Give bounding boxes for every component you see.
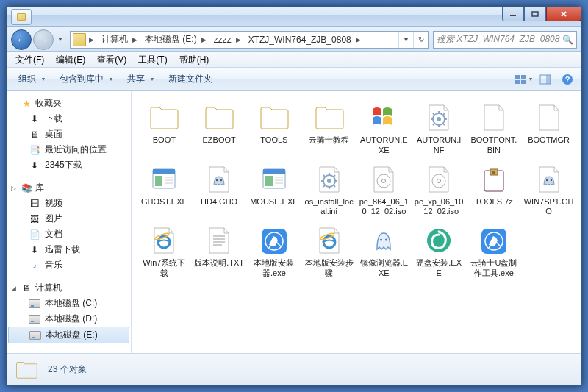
- new-folder-button[interactable]: 新建文件夹: [161, 70, 220, 88]
- file-item[interactable]: 硬盘安装.EXE: [412, 224, 466, 280]
- download-icon: ⬇: [29, 113, 40, 125]
- sidebar-item[interactable]: 本地磁盘 (D:): [7, 311, 131, 327]
- file-type-icon: [313, 103, 345, 132]
- file-type-icon: [148, 103, 180, 132]
- file-item[interactable]: 本地版安装器.exe: [248, 224, 301, 280]
- sidebar-item-selected[interactable]: 本地磁盘 (E:): [8, 327, 129, 343]
- sidebar-item[interactable]: 🖼图片: [7, 211, 131, 227]
- music-icon: ♪: [29, 260, 40, 271]
- file-type-icon: [203, 226, 235, 255]
- documents-icon: 📄: [29, 229, 40, 240]
- file-item[interactable]: BOOTMGR: [522, 101, 576, 157]
- drive-icon: [29, 299, 40, 308]
- details-pane: 23 个对象: [7, 353, 581, 385]
- sidebar-item[interactable]: ⬇迅雷下载: [7, 242, 131, 257]
- explorer-window: ← → ▼ ▶ 计算机▶ 本地磁盘 (E:)▶ zzzz▶ XTZJ_WIN76…: [6, 6, 582, 386]
- nav-history-dropdown[interactable]: ▼: [55, 31, 65, 49]
- download-icon: ⬇: [29, 160, 40, 171]
- svg-rect-37: [521, 75, 526, 79]
- file-list-pane[interactable]: BOOTEZBOOTTOOLS云骑士教程AUTORUN.EXEAUTORUN.I…: [132, 91, 581, 353]
- file-item[interactable]: TOOLS.7z: [467, 163, 521, 219]
- sidebar-item[interactable]: 📑最近访问的位置: [7, 142, 131, 157]
- sidebar-item[interactable]: 本地磁盘 (C:): [7, 296, 131, 311]
- file-item[interactable]: BOOT: [137, 101, 191, 157]
- file-item[interactable]: 云骑士U盘制作工具.exe: [467, 224, 521, 280]
- window-maximize-button[interactable]: [524, 7, 546, 21]
- sidebar-item[interactable]: 🖥桌面: [7, 126, 131, 142]
- file-item[interactable]: 镜像浏览器.EXE: [357, 224, 411, 280]
- menu-edit[interactable]: 编辑(E): [50, 52, 91, 68]
- file-item[interactable]: BOOTFONT.BIN: [467, 101, 521, 157]
- include-library-button[interactable]: 包含到库中: [52, 70, 120, 88]
- file-item[interactable]: TOOLS: [248, 101, 301, 157]
- file-type-icon: [313, 165, 345, 194]
- address-dropdown-button[interactable]: ▾: [398, 32, 413, 48]
- library-icon: 📚: [21, 182, 32, 194]
- breadcrumb-segment[interactable]: XTZJ_WIN764_ZJB_0808: [243, 32, 354, 48]
- file-name-label: TOOLS: [260, 135, 287, 146]
- file-item[interactable]: pe_xp_06_10_12_02.iso: [412, 163, 466, 219]
- file-item[interactable]: EZBOOT: [193, 101, 246, 157]
- sidebar-favorites-header[interactable]: ★收藏夹: [7, 96, 131, 111]
- menu-view[interactable]: 查看(V): [91, 52, 132, 68]
- sidebar-item[interactable]: ⬇下载: [7, 111, 131, 126]
- file-item[interactable]: AUTORUN.EXE: [357, 101, 411, 157]
- menu-tools[interactable]: 工具(T): [132, 52, 173, 68]
- breadcrumb-segment[interactable]: zzzz: [208, 32, 234, 48]
- menu-help[interactable]: 帮助(H): [173, 52, 215, 68]
- sidebar-item[interactable]: 📄文档: [7, 227, 131, 242]
- file-item[interactable]: AUTORUN.INF: [412, 101, 466, 157]
- file-type-icon: [148, 165, 180, 194]
- file-name-label: pe_864_06_10_12_02.iso: [359, 197, 409, 218]
- nav-back-button[interactable]: ←: [11, 29, 32, 50]
- sidebar-libraries-header[interactable]: ▷📚库: [7, 180, 131, 196]
- file-type-icon: [203, 103, 235, 132]
- search-input[interactable]: 搜索 XTZJ_WIN764_ZJB_0808 🔍: [433, 31, 577, 49]
- svg-rect-38: [515, 80, 520, 84]
- svg-rect-35: [532, 12, 538, 16]
- video-icon: 🎞: [29, 198, 40, 210]
- sidebar-computer-header[interactable]: ◢🖥计算机: [7, 280, 131, 296]
- window-close-button[interactable]: [546, 7, 581, 21]
- pictures-icon: 🖼: [29, 213, 40, 225]
- window-minimize-button[interactable]: [502, 7, 524, 21]
- sidebar-item[interactable]: ♪音乐: [7, 257, 131, 273]
- sidebar-item[interactable]: 🎞视频: [7, 196, 131, 211]
- view-options-button[interactable]: ▾: [514, 71, 533, 88]
- organize-button[interactable]: 组织: [11, 70, 52, 88]
- share-button[interactable]: 共享: [120, 70, 161, 88]
- explorer-app-icon[interactable]: [11, 9, 32, 25]
- svg-rect-41: [546, 75, 551, 84]
- breadcrumb-segment[interactable]: 计算机: [96, 32, 131, 48]
- svg-rect-39: [521, 80, 526, 84]
- file-type-icon: [478, 226, 510, 255]
- file-name-label: os_install_local.ini: [304, 197, 354, 218]
- address-refresh-button[interactable]: ↻: [413, 32, 428, 48]
- address-bar[interactable]: ▶ 计算机▶ 本地磁盘 (E:)▶ zzzz▶ XTZJ_WIN764_ZJB_…: [70, 31, 429, 49]
- preview-pane-button[interactable]: [536, 71, 555, 88]
- file-item[interactable]: MOUSE.EXE: [248, 163, 301, 219]
- help-button[interactable]: ?: [558, 71, 577, 88]
- file-item[interactable]: pe_864_06_10_12_02.iso: [357, 163, 411, 219]
- file-item[interactable]: Win7系统下载: [137, 224, 191, 280]
- file-item[interactable]: WIN7SP1.GHO: [522, 163, 576, 219]
- drive-icon: [29, 315, 40, 324]
- file-item[interactable]: 版本说明.TXT: [193, 224, 246, 280]
- file-name-label: AUTORUN.INF: [414, 135, 464, 156]
- file-item[interactable]: GHOST.EXE: [137, 163, 191, 219]
- file-item[interactable]: HD4.GHO: [193, 163, 246, 219]
- menu-bar: 文件(F) 编辑(E) 查看(V) 工具(T) 帮助(H): [7, 52, 581, 68]
- file-item[interactable]: os_install_local.ini: [302, 163, 356, 219]
- file-item[interactable]: 本地版安装步骤: [302, 224, 356, 280]
- sidebar-item[interactable]: ⬇2345下载: [7, 157, 131, 173]
- breadcrumb-segment[interactable]: 本地磁盘 (E:): [139, 32, 200, 48]
- file-name-label: GHOST.EXE: [141, 197, 187, 207]
- menu-file[interactable]: 文件(F): [10, 52, 50, 68]
- file-type-icon: [423, 226, 455, 255]
- nav-forward-button[interactable]: →: [33, 29, 54, 50]
- svg-rect-36: [515, 75, 520, 79]
- file-item[interactable]: 云骑士教程: [302, 101, 356, 157]
- file-type-icon: [368, 226, 400, 255]
- address-row: ← → ▼ ▶ 计算机▶ 本地磁盘 (E:)▶ zzzz▶ XTZJ_WIN76…: [7, 27, 581, 52]
- navigation-pane: ★收藏夹 ⬇下载 🖥桌面 📑最近访问的位置 ⬇2345下载 ▷📚库 🎞视频 🖼图…: [7, 91, 132, 353]
